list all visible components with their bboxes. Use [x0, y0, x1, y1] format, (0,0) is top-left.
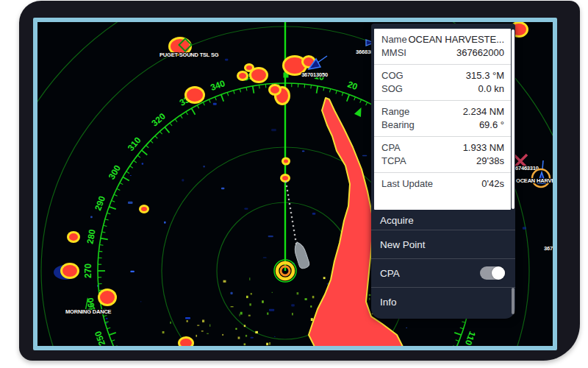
sea-clutter-dot: [201, 330, 204, 331]
bearing-tick: [104, 315, 107, 316]
menu-scrollbar[interactable]: [512, 288, 514, 314]
target-label[interactable]: 367: [544, 245, 553, 252]
sea-clutter-dot: [251, 293, 252, 294]
cpa-toggle[interactable]: [480, 266, 505, 280]
bearing-tick: [215, 97, 216, 101]
sea-clutter-dot: [187, 320, 188, 322]
bearing-tick: [137, 155, 140, 158]
menu-item-info[interactable]: Info: [371, 287, 515, 316]
bearing-tick: [462, 322, 465, 322]
sea-clutter-dot: [223, 280, 226, 283]
sea-clutter-dot: [238, 336, 240, 339]
bearing-tick: [159, 131, 162, 134]
sea-clutter-dot: [196, 335, 197, 337]
bearing-tick: [265, 84, 266, 88]
sea-clutter-dot: [362, 155, 367, 156]
bearing-tick: [155, 136, 157, 139]
bearing-tick: [253, 86, 254, 93]
sea-clutter-dot: [164, 222, 165, 224]
sea-clutter-dot: [312, 296, 315, 298]
field-label: Range: [381, 105, 409, 118]
bearing-tick: [165, 127, 169, 133]
bearing-tick: [112, 340, 115, 342]
target-label[interactable]: PUGET SOUND TSL SG: [159, 52, 219, 58]
bearing-label: 300: [107, 163, 123, 182]
radar-echo: [246, 66, 252, 70]
menu-item-new-point[interactable]: New Point: [371, 230, 515, 258]
sea-clutter-dot: [292, 313, 293, 315]
sea-clutter-dot: [302, 151, 305, 152]
bearing-tick: [134, 160, 137, 163]
tablet-device: 1020304050607080901001101201301401501601…: [0, 0, 588, 368]
bearing-tick: [109, 207, 115, 209]
bearing-tick: [170, 123, 172, 126]
sea-clutter-dot: [185, 317, 190, 319]
field-value: 69.6 °: [479, 118, 504, 132]
card-scrollbar[interactable]: [512, 29, 514, 209]
target-label[interactable]: OCEAN HARVES: [516, 177, 553, 184]
bearing-tick: [454, 333, 461, 335]
sea-clutter-dot: [244, 208, 248, 210]
sea-clutter-dot: [312, 213, 316, 215]
sea-clutter-dot: [106, 318, 108, 319]
bearing-tick: [146, 145, 148, 147]
target-label[interactable]: MORNING DANCE: [65, 308, 112, 315]
bearing-tick: [109, 333, 115, 335]
sea-clutter-dot: [182, 179, 184, 181]
bearing-tick: [366, 102, 368, 105]
radar-echo: [270, 86, 279, 93]
bearing-label: 290: [93, 194, 107, 212]
radar-screen[interactable]: 1020304050607080901001101201301401501601…: [37, 22, 553, 346]
sea-clutter-dot: [263, 257, 267, 258]
target-label[interactable]: 367013050: [301, 71, 328, 78]
sea-clutter-dot: [269, 309, 274, 311]
bearing-tick: [105, 322, 109, 322]
menu-item-acquire[interactable]: Acquire: [371, 210, 515, 230]
radar-echo: [282, 176, 288, 180]
target-action-menu: Acquire New Point CPA Info: [371, 210, 515, 316]
bearing-label: 20: [346, 79, 359, 92]
sea-clutter-dot: [369, 298, 370, 300]
sea-clutter-dot: [266, 343, 268, 345]
sea-clutter-dot: [249, 277, 250, 280]
sea-clutter-dot: [262, 300, 263, 302]
sea-clutter-dot: [305, 298, 307, 300]
trail-dot: [295, 238, 297, 241]
bearing-tick: [120, 183, 123, 184]
bearing-tick: [259, 85, 260, 88]
target-label[interactable]: 367463310: [512, 165, 539, 171]
field-value: 2.234 NM: [463, 105, 504, 118]
bearing-tick: [360, 99, 362, 103]
menu-item-cpa[interactable]: CPA: [371, 258, 515, 287]
bearing-tick: [102, 232, 106, 233]
trail-dot: [291, 216, 293, 219]
field-group-cpa: CPA1.933 NM TCPA29'38s: [374, 136, 511, 172]
bearing-tick: [240, 89, 240, 93]
sea-clutter-dot: [310, 305, 312, 308]
bearing-tick: [246, 88, 247, 91]
bearing-tick: [234, 91, 234, 94]
sea-clutter-dot: [197, 325, 199, 325]
bearing-tick: [180, 116, 182, 118]
sea-clutter-dot: [170, 322, 171, 324]
sea-clutter-dot: [209, 325, 210, 327]
trail-dot: [292, 221, 294, 223]
sea-clutter-dot: [130, 175, 132, 176]
menu-item-label: CPA: [380, 268, 400, 279]
bearing-tick: [329, 89, 330, 93]
sea-clutter-dot: [140, 301, 142, 302]
bearing-tick: [123, 177, 129, 181]
bearing-tick: [151, 141, 154, 143]
menu-item-label: Info: [380, 297, 397, 308]
radar-echo: [239, 73, 246, 79]
sea-clutter-dot: [231, 306, 234, 307]
field-label: MMSI: [381, 46, 406, 60]
sea-clutter-dot: [269, 342, 270, 345]
toggle-knob: [492, 266, 505, 280]
bearing-tick: [354, 97, 356, 101]
trail-dot: [286, 185, 288, 188]
sea-clutter-dot: [406, 328, 407, 328]
sea-clutter-dot: [246, 296, 248, 298]
sea-clutter-dot: [244, 325, 245, 327]
radar-echo: [69, 233, 78, 241]
